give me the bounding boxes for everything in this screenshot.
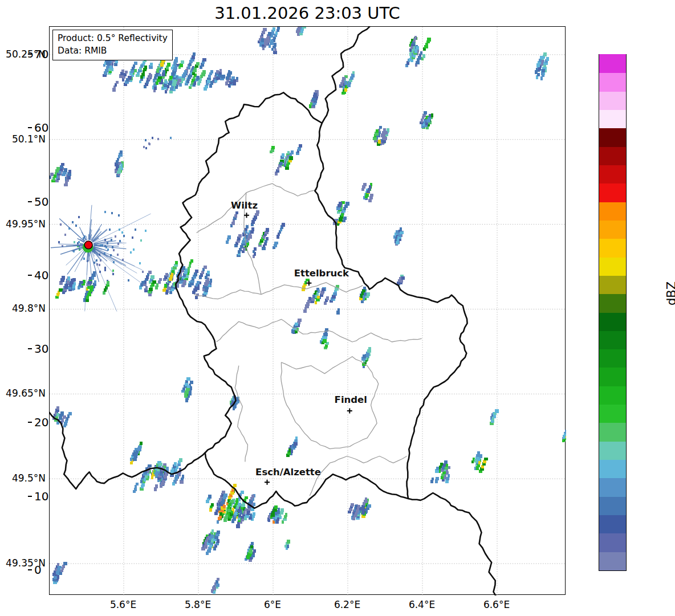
colorbar-segment (599, 404, 626, 423)
lat-tick-label: 49.5°N (1, 472, 46, 484)
radar-figure: 31.01.2026 23:03 UTC WiltzEttelbruckFind… (0, 0, 675, 616)
colorbar-segment (599, 275, 626, 294)
radar-site-dot (84, 241, 92, 249)
lon-tick-label: 5.8°E (175, 599, 221, 610)
lon-tick-label: 6.2°E (324, 599, 370, 610)
colorbar-tick-label: 70 (34, 48, 48, 60)
colorbar-tick (28, 201, 32, 202)
colorbar-segment (599, 91, 626, 110)
colorbar-tick-label: 20 (34, 417, 48, 428)
colorbar-segment (599, 349, 626, 368)
colorbar-segment (599, 109, 626, 128)
district-border-path (235, 366, 247, 462)
city-label: Wiltz (231, 200, 258, 211)
colorbar-segment (599, 54, 626, 73)
lat-tick-label: 49.8°N (1, 303, 46, 314)
colorbar-segment (599, 202, 626, 221)
figure-title: 31.01.2026 23:03 UTC (49, 3, 566, 23)
colorbar-segment (599, 128, 626, 147)
city-marker (265, 480, 270, 485)
colorbar (599, 54, 627, 571)
lat-tick-label: 50.1°N (1, 133, 46, 145)
colorbar-tick-label: 60 (34, 122, 48, 133)
colorbar-segment (599, 368, 626, 386)
product-annotation-box: Product: 0.5° Reflectivity Data: RMIB (52, 30, 173, 60)
colorbar-segment (599, 552, 626, 570)
colorbar-segment (599, 312, 626, 331)
colorbar-tick (28, 496, 32, 497)
colorbar-tick (28, 422, 32, 423)
colorbar-tick (28, 127, 32, 128)
radar-clutter-spike (95, 214, 151, 242)
district-border-path (310, 456, 406, 496)
country-border-path (322, 27, 371, 123)
product-line: Product: 0.5° Reflectivity (58, 32, 168, 44)
city-marker (244, 213, 249, 218)
colorbar-unit-label: dBZ (665, 268, 675, 319)
radar-clutter-spike (75, 250, 86, 272)
colorbar-segment (599, 293, 626, 312)
colorbar-tick-label: 50 (34, 196, 48, 207)
colorbar-tick-label: 10 (34, 491, 48, 502)
colorbar-segment (599, 459, 626, 478)
colorbar-segment (599, 386, 626, 405)
district-border-path (217, 319, 422, 342)
lon-tick-label: 6.6°E (474, 599, 519, 610)
colorbar-segment (599, 331, 626, 349)
lon-tick-label: 6°E (250, 599, 295, 610)
lon-tick-label: 5.6°E (100, 599, 146, 610)
city-layer: WiltzEttelbruckFindelEsch/Alzette (231, 200, 367, 485)
colorbar-segment (599, 515, 626, 533)
colorbar-segment (599, 146, 626, 165)
city-label: Findel (335, 394, 367, 405)
colorbar-tick-label: 40 (34, 270, 48, 281)
echo-layer (50, 27, 566, 594)
lon-tick-label: 6.4°E (399, 599, 445, 610)
radar-site (83, 241, 93, 253)
colorbar-segment (599, 239, 626, 258)
radar-clutter-spike (94, 249, 147, 287)
district-border-layer (194, 183, 422, 496)
colorbar-segment (599, 73, 626, 92)
city-label: Ettelbruck (294, 268, 349, 279)
country-border-path (408, 493, 497, 595)
map-plot-area: WiltzEttelbruckFindelEsch/Alzette Produc… (49, 26, 566, 595)
lat-tick-label: 49.95°N (1, 218, 46, 230)
colorbar-tick-label: 0 (34, 564, 42, 576)
colorbar-tick (28, 54, 32, 55)
colorbar-segment (599, 496, 626, 515)
grid-layer (50, 27, 566, 595)
colorbar-segment (599, 533, 626, 552)
colorbar-segment (599, 220, 626, 239)
data-source-line: Data: RMIB (58, 44, 168, 57)
colorbar-segment (599, 441, 626, 460)
radar-clutter-spike (80, 243, 83, 244)
map-canvas: WiltzEttelbruckFindelEsch/Alzette (50, 27, 566, 595)
radar-clutter-layer (51, 205, 151, 312)
colorbar-segment (599, 423, 626, 442)
colorbar-segment (599, 257, 626, 276)
country-border-path (176, 92, 467, 508)
colorbar-segment (599, 478, 626, 497)
lat-tick-label: 49.65°N (1, 387, 46, 399)
colorbar-segment (599, 165, 626, 183)
radar-clutter-spike (59, 244, 84, 244)
city-label: Esch/Alzette (255, 467, 321, 478)
colorbar-tick-label: 30 (34, 343, 48, 354)
colorbar-segment (599, 183, 626, 202)
colorbar-tick (28, 348, 32, 349)
colorbar-tick (28, 569, 32, 570)
colorbar-tick (28, 275, 32, 276)
